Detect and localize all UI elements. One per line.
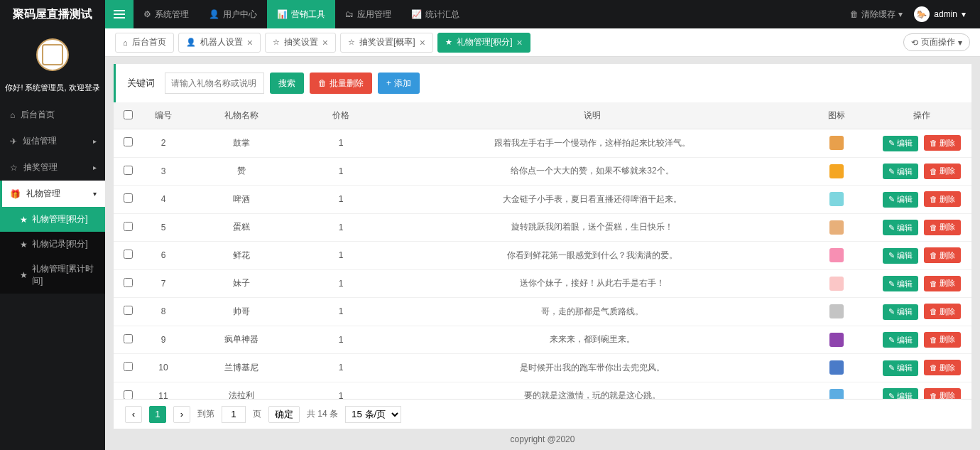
edit-button[interactable]: ✎ 编辑 xyxy=(883,304,918,320)
user-menu[interactable]: 🐎 admin ▾ xyxy=(914,6,966,22)
pager-total: 共 14 条 xyxy=(307,408,338,420)
pager-per-page-select[interactable]: 15 条/页 xyxy=(345,406,401,423)
delete-button[interactable]: 🗑 删除 xyxy=(924,388,961,400)
table-row: 10 兰博基尼 1 是时候开出我的跑车带你出去兜兜风。 ✎ 编辑 🗑 删除 xyxy=(114,354,971,382)
close-icon[interactable]: × xyxy=(247,38,253,48)
close-icon[interactable]: × xyxy=(420,38,425,48)
sidebar-icon: 🎁 xyxy=(10,189,21,199)
tab-2[interactable]: ☆抽奖设置× xyxy=(265,33,336,53)
row-checkbox[interactable] xyxy=(124,306,133,315)
chevron-down-icon: ▾ xyxy=(898,9,903,19)
pager-goto-input[interactable] xyxy=(222,406,246,423)
row-checkbox[interactable] xyxy=(124,137,133,146)
cell-name: 兰博基尼 xyxy=(185,354,298,382)
sidebar-icon: ✈ xyxy=(10,136,17,146)
sidebar-subitem-3-2[interactable]: ★礼物管理[累计时间] xyxy=(0,257,105,294)
tab-3[interactable]: ☆抽奖设置[概率]× xyxy=(340,33,433,53)
row-checkbox[interactable] xyxy=(124,250,133,259)
sidebar-item-3[interactable]: 🎁礼物管理 xyxy=(0,181,105,207)
nav-icon: ⚙ xyxy=(143,9,151,19)
trash-icon: 🗑 xyxy=(930,167,937,176)
sidebar-toggle-button[interactable] xyxy=(105,0,134,28)
clear-cache-button[interactable]: 🗑 清除缓存 ▾ xyxy=(850,9,903,21)
gift-icon xyxy=(829,304,844,318)
row-checkbox[interactable] xyxy=(124,334,133,343)
batch-delete-button[interactable]: 🗑 批量删除 xyxy=(310,73,372,94)
welcome-text: 你好! 系统管理员, 欢迎登录 xyxy=(0,77,105,102)
data-table: 编号礼物名称价格说明图标操作 2 鼓掌 1 跟着我左手右手一个慢动作，这样拍起来… xyxy=(114,102,971,399)
delete-button[interactable]: 🗑 删除 xyxy=(924,360,961,375)
add-button[interactable]: + 添加 xyxy=(378,73,420,94)
sidebar-item-1[interactable]: ✈短信管理 xyxy=(0,128,105,154)
edit-button[interactable]: ✎ 编辑 xyxy=(883,192,918,208)
page-operations-menu[interactable]: ⟲ 页面操作 ▾ xyxy=(903,33,970,51)
pager-page-label: 页 xyxy=(253,408,261,420)
topnav-item-4[interactable]: 📈统计汇总 xyxy=(401,0,469,28)
pencil-icon: ✎ xyxy=(888,307,895,316)
tab-0[interactable]: ⌂后台首页 xyxy=(115,33,174,53)
table-row: 4 啤酒 1 大金链子小手表，夏日看直播还得啤酒干起来。 ✎ 编辑 🗑 删除 xyxy=(114,186,971,214)
cell-desc: 旋转跳跃我闭着眼，送个蛋糕，生日快乐！ xyxy=(383,213,801,242)
search-button[interactable]: 搜索 xyxy=(270,73,304,94)
close-icon[interactable]: × xyxy=(322,38,328,48)
row-checkbox[interactable] xyxy=(124,166,133,175)
edit-button[interactable]: ✎ 编辑 xyxy=(883,220,918,235)
delete-button[interactable]: 🗑 删除 xyxy=(924,135,961,151)
edit-button[interactable]: ✎ 编辑 xyxy=(883,388,918,399)
keyword-label: 关键词 xyxy=(127,77,155,90)
row-checkbox[interactable] xyxy=(124,193,133,203)
col-header-0 xyxy=(114,102,142,129)
gift-icon xyxy=(829,164,844,178)
row-checkbox[interactable] xyxy=(124,278,133,287)
delete-button[interactable]: 🗑 删除 xyxy=(924,304,961,319)
close-icon[interactable]: × xyxy=(517,38,523,48)
row-checkbox[interactable] xyxy=(124,362,133,371)
pager-next-button[interactable]: › xyxy=(173,406,190,423)
delete-button[interactable]: 🗑 删除 xyxy=(924,247,961,263)
pager-prev-button[interactable]: ‹ xyxy=(125,406,142,423)
delete-button[interactable]: 🗑 删除 xyxy=(924,332,961,348)
edit-button[interactable]: ✎ 编辑 xyxy=(883,276,918,291)
sidebar-subitem-3-0[interactable]: ★礼物管理[积分] xyxy=(0,207,105,232)
topnav-item-2[interactable]: 📊营销工具 xyxy=(267,0,335,28)
search-input[interactable] xyxy=(165,73,264,94)
delete-button[interactable]: 🗑 删除 xyxy=(924,164,961,179)
tab-icon: ⌂ xyxy=(123,38,128,47)
select-all-checkbox[interactable] xyxy=(124,110,133,119)
pager: ‹ 1 › 到第 页 确定 共 14 条 15 条/页 xyxy=(114,399,971,429)
row-checkbox[interactable] xyxy=(124,390,133,399)
edit-button[interactable]: ✎ 编辑 xyxy=(883,332,918,348)
cell-price: 1 xyxy=(298,242,383,270)
sidebar-logo xyxy=(0,28,105,77)
nav-icon: 📈 xyxy=(411,9,422,19)
edit-button[interactable]: ✎ 编辑 xyxy=(883,360,918,376)
delete-button[interactable]: 🗑 删除 xyxy=(924,191,961,207)
trash-icon: 🗑 xyxy=(930,251,937,259)
pager-page-1[interactable]: 1 xyxy=(149,406,166,423)
trash-icon: 🗑 xyxy=(930,363,937,372)
cell-price: 1 xyxy=(298,213,383,242)
row-checkbox[interactable] xyxy=(124,222,133,231)
sidebar-subitem-3-1[interactable]: ★礼物记录[积分] xyxy=(0,232,105,257)
pager-confirm-button[interactable]: 确定 xyxy=(268,406,300,423)
refresh-icon: ⟲ xyxy=(911,38,918,48)
delete-button[interactable]: 🗑 删除 xyxy=(924,220,961,235)
tab-4[interactable]: ★礼物管理[积分]× xyxy=(437,33,530,53)
sidebar-item-0[interactable]: ⌂后台首页 xyxy=(0,102,105,128)
tab-1[interactable]: 👤机器人设置× xyxy=(178,33,261,53)
cell-price: 1 xyxy=(298,186,383,214)
edit-button[interactable]: ✎ 编辑 xyxy=(883,164,918,179)
toolbar: 关键词 搜索 🗑 批量删除 + 添加 xyxy=(114,64,971,102)
topnav-item-1[interactable]: 👤用户中心 xyxy=(199,0,267,28)
pencil-icon: ✎ xyxy=(888,195,895,204)
edit-button[interactable]: ✎ 编辑 xyxy=(883,136,918,151)
delete-button[interactable]: 🗑 删除 xyxy=(924,276,961,291)
pencil-icon: ✎ xyxy=(888,223,895,232)
topnav-item-0[interactable]: ⚙系统管理 xyxy=(134,0,199,28)
cell-name: 赞 xyxy=(185,157,298,186)
sidebar-item-2[interactable]: ☆抽奖管理 xyxy=(0,154,105,181)
topnav-item-3[interactable]: 🗂应用管理 xyxy=(335,0,401,28)
cell-id: 3 xyxy=(142,157,185,186)
table-row: 11 法拉利 1 要的就是这激情，玩的就是这心跳。 ✎ 编辑 🗑 删除 xyxy=(114,382,971,399)
edit-button[interactable]: ✎ 编辑 xyxy=(883,248,918,264)
